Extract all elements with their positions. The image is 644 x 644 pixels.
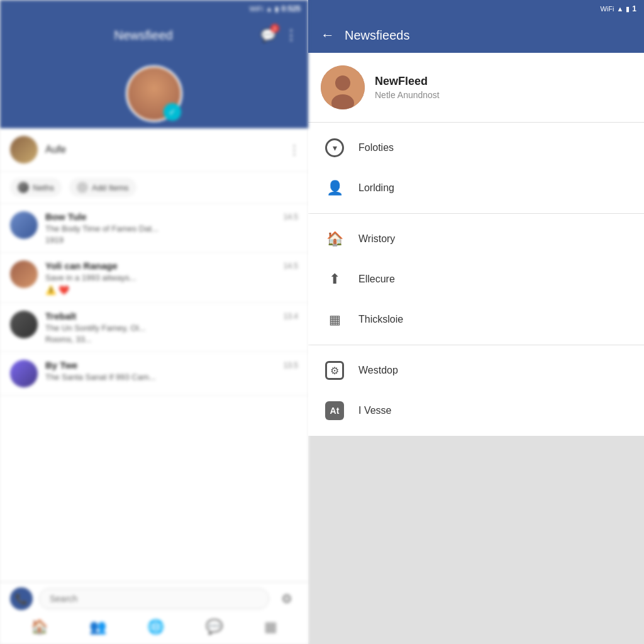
more-options-icon[interactable]: ⋮	[284, 27, 298, 43]
feed-content-3: By Twe 13.5 The Santa Sanat If 993 Cam..…	[45, 360, 298, 382]
back-button[interactable]: ←	[321, 27, 335, 43]
nav-tab-messages[interactable]: 💬	[201, 615, 228, 639]
feed-name-0: Bow Tule	[45, 211, 87, 222]
right-profile-subtitle: Netle Anundnost	[375, 90, 440, 100]
feed-name-1: Yoli can Ranage	[45, 260, 118, 271]
left-panel: WiFi ▲ ▮ 0:525 Newsfieed 💬 1 ⋮ ✓ Aufe ⋮	[0, 0, 308, 644]
left-app-bar-icons: 💬 1 ⋮	[259, 26, 298, 44]
contact-name: Aufe	[45, 144, 66, 155]
menu-item-westdop[interactable]: ⚙ Westdop	[308, 350, 644, 391]
menu-item-ellecure[interactable]: ⬆ Ellecure	[308, 259, 644, 299]
search-input[interactable]	[39, 588, 269, 609]
menu-section: ▾ Foloties 👤 Lorlding 🏠 Wristory ⬆ Ellec…	[308, 123, 644, 436]
at-icon: At	[325, 401, 344, 420]
ivesse-label: I Vesse	[358, 405, 391, 416]
menu-item-lorlding[interactable]: 👤 Lorlding	[308, 168, 644, 208]
feed-sub-0: 1919	[45, 235, 298, 245]
nav-tab-home[interactable]: 🏠	[26, 615, 53, 639]
upload-home-icon: ⬆	[323, 268, 346, 291]
profile-avatar-wrapper: ✓	[126, 65, 182, 122]
at-icon-wrapper: At	[323, 399, 346, 422]
left-app-bar-title: Newsfieed	[28, 28, 259, 43]
settings-gear-icon: ⚙	[325, 361, 344, 380]
divider-1	[308, 213, 644, 214]
gear-icon: ⚙	[281, 591, 292, 606]
feed-content-0: Bow Tule 14.5 The Body Time of Fames Dat…	[45, 211, 298, 245]
time-display: 0:525	[281, 4, 301, 13]
foloties-icon: ▾	[323, 136, 346, 159]
feed-text-1: Save in a 1993 aitways...	[45, 273, 298, 282]
nav-tab-groups[interactable]: 👥	[84, 615, 111, 639]
groups-nav-icon: 👥	[89, 619, 106, 635]
menu-item-thicksloie[interactable]: ▦ Thicksloie	[308, 299, 644, 340]
feed-item-3[interactable]: By Twe 13.5 The Santa Sanat If 993 Cam..…	[0, 352, 308, 396]
phone-button[interactable]: 📞	[10, 587, 33, 610]
menu-item-wristory[interactable]: 🏠 Wristory	[308, 219, 644, 259]
right-signal-icon: ▲	[616, 5, 623, 13]
tag-add-items-label: Add Items	[92, 183, 129, 192]
feed-content-1: Yoli can Ranage 14.5 Save in a 1993 aitw…	[45, 260, 298, 295]
feed-content-2: Trebalt 13.4 The Un Sontify Famey, Ol...…	[45, 311, 298, 344]
right-wifi-icon: WiFi	[600, 5, 614, 13]
right-time-display: 1	[632, 4, 636, 13]
nav-tab-grid[interactable]: ▦	[259, 615, 282, 639]
wifi-icon: WiFi	[249, 5, 263, 13]
home-nav-icon: 🏠	[31, 619, 48, 635]
feed-item-1[interactable]: Yoli can Ranage 14.5 Save in a 1993 aitw…	[0, 253, 308, 303]
profile-section: ✓	[0, 53, 308, 128]
home-icon: 🏠	[323, 228, 346, 250]
notification-badge: 1	[270, 24, 279, 33]
right-app-bar: ← Newsfieeds	[308, 18, 644, 53]
phone-icon: 📞	[15, 593, 28, 605]
right-profile-card[interactable]: NewFleed Netle Anundnost	[308, 53, 644, 123]
tags-row: Neths Add Items	[0, 172, 308, 204]
menu-item-ivesse[interactable]: At I Vesse	[308, 391, 644, 431]
westdop-label: Westdop	[358, 365, 398, 376]
feed-item-0[interactable]: Bow Tule 14.5 The Body Time of Fames Dat…	[0, 204, 308, 253]
contact-avatar	[10, 136, 38, 164]
feed-time-3: 13.5	[284, 361, 298, 370]
battery-icon: ▮	[275, 5, 279, 13]
social-nav-icon: 🌐	[147, 619, 164, 635]
wristory-label: Wristory	[358, 233, 395, 245]
settings-box-icon: ⚙	[323, 359, 346, 382]
feed-time-0: 14.5	[284, 213, 298, 221]
feed-sub-2: Rooms, 33...	[45, 335, 298, 344]
right-bottom-area	[308, 436, 644, 644]
feed-item-2[interactable]: Trebalt 13.4 The Un Sontify Famey, Ol...…	[0, 303, 308, 352]
check-badge: ✓	[164, 103, 181, 121]
tag-add-items[interactable]: Add Items	[69, 178, 136, 197]
notification-button[interactable]: 💬 1	[259, 26, 277, 44]
feed-avatar-2	[10, 311, 38, 338]
search-row: 📞 ⚙	[10, 587, 298, 610]
feed-list: Bow Tule 14.5 The Body Time of Fames Dat…	[0, 204, 308, 396]
person-icon: 👤	[323, 177, 346, 199]
feed-avatar-0	[10, 211, 38, 239]
chevron-down-icon: ▾	[325, 138, 344, 157]
right-app-bar-title: Newsfieeds	[345, 28, 409, 43]
nav-tabs: 🏠 👥 🌐 💬 ▦	[10, 615, 298, 639]
lorlding-label: Lorlding	[358, 182, 394, 194]
feed-name-2: Trebalt	[45, 311, 76, 321]
right-profile-avatar	[321, 65, 365, 109]
tag-neths-label: Neths	[33, 183, 54, 192]
nav-tab-social[interactable]: 🌐	[142, 615, 169, 639]
contact-row[interactable]: Aufe ⋮	[0, 128, 308, 172]
menu-item-foloties[interactable]: ▾ Foloties	[308, 128, 644, 168]
feed-avatar-1	[10, 260, 38, 288]
bottom-bar: 📞 ⚙ 🏠 👥 🌐 💬 ▦	[0, 582, 308, 644]
feed-time-1: 14.5	[284, 262, 298, 270]
right-battery-icon: ▮	[626, 5, 630, 13]
left-status-bar: WiFi ▲ ▮ 0:525	[0, 0, 308, 18]
avatar-svg	[321, 65, 365, 109]
feed-text-2: The Un Sontify Famey, Ol...	[45, 323, 298, 333]
right-profile-info: NewFleed Netle Anundnost	[375, 75, 440, 100]
ellecure-label: Ellecure	[358, 274, 395, 285]
tag-neths[interactable]: Neths	[10, 178, 62, 197]
feed-time-2: 13.4	[284, 312, 298, 321]
settings-button[interactable]: ⚙	[275, 587, 298, 610]
signal-icon: ▲	[265, 5, 272, 13]
grid-nav-icon: ▦	[264, 619, 277, 635]
contact-more-icon[interactable]: ⋮	[288, 142, 301, 157]
feed-text-0: The Body Time of Fames Dat...	[45, 224, 298, 233]
